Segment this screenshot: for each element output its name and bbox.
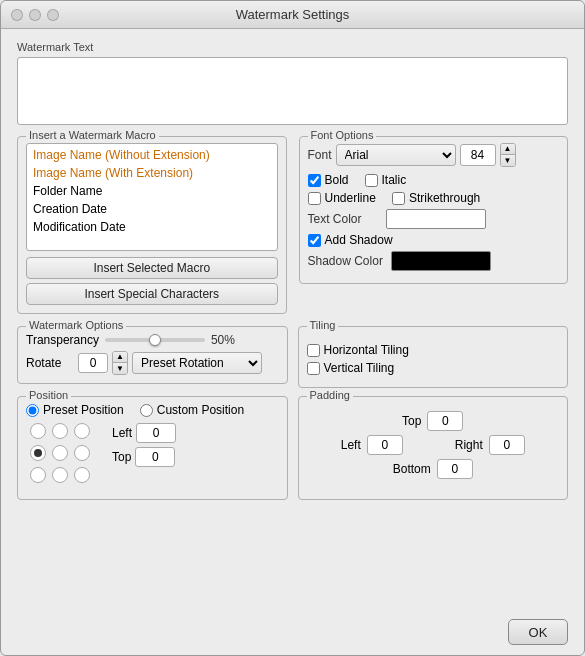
- close-button[interactable]: [11, 9, 23, 21]
- padding-group-box: Padding Top Left Right: [298, 396, 569, 500]
- italic-checkbox-item[interactable]: Italic: [365, 173, 407, 187]
- pos-top-row: Top: [112, 447, 176, 467]
- pos-left-input[interactable]: [136, 423, 176, 443]
- wm-options-section: Watermark Options Transperancy 50% Rotat…: [17, 326, 288, 388]
- preset-position-item[interactable]: Preset Position: [26, 403, 124, 417]
- grid-pos-0-1[interactable]: [52, 423, 68, 439]
- transparency-value: 50%: [211, 333, 235, 347]
- shadow-color-swatch[interactable]: [391, 251, 491, 271]
- window-title: Watermark Settings: [236, 7, 350, 22]
- pos-top-input[interactable]: [135, 447, 175, 467]
- font-options-section: Font Options Font Arial ▲ ▼: [299, 136, 569, 314]
- padding-section: Padding Top Left Right: [298, 396, 569, 500]
- insert-chars-button[interactable]: Insert Special Characters: [26, 283, 278, 305]
- horizontal-tiling-checkbox[interactable]: [307, 344, 320, 357]
- font-row: Font Arial ▲ ▼: [308, 143, 560, 167]
- list-item[interactable]: Folder Name: [27, 182, 277, 200]
- text-color-label: Text Color: [308, 212, 378, 226]
- watermark-text-label: Watermark Text: [17, 41, 568, 53]
- text-color-row: Text Color: [308, 209, 560, 229]
- rotate-stepper: ▲ ▼: [112, 351, 128, 375]
- transparency-label: Transperancy: [26, 333, 99, 347]
- italic-checkbox[interactable]: [365, 174, 378, 187]
- stepper-up[interactable]: ▲: [501, 144, 515, 155]
- padding-label: Padding: [307, 389, 353, 401]
- custom-position-item[interactable]: Custom Position: [140, 403, 244, 417]
- grid-pos-1-0[interactable]: [30, 445, 46, 461]
- add-shadow-checkbox-item[interactable]: Add Shadow: [308, 233, 393, 247]
- stepper-down[interactable]: ▼: [501, 155, 515, 166]
- strikethrough-checkbox[interactable]: [392, 192, 405, 205]
- vertical-tiling-label: Vertical Tiling: [324, 361, 395, 375]
- custom-position-radio[interactable]: [140, 404, 153, 417]
- grid-pos-0-2[interactable]: [74, 423, 90, 439]
- underline-label: Underline: [325, 191, 376, 205]
- rotate-input[interactable]: [78, 353, 108, 373]
- grid-pos-2-2[interactable]: [74, 467, 90, 483]
- bold-italic-row: Bold Italic: [308, 173, 560, 187]
- transparency-slider[interactable]: [105, 338, 205, 342]
- font-options-label: Font Options: [308, 129, 377, 141]
- padding-right-label: Right: [455, 438, 483, 452]
- underline-checkbox[interactable]: [308, 192, 321, 205]
- watermark-text-section: Watermark Text: [17, 41, 568, 128]
- horizontal-tiling-item[interactable]: Horizontal Tiling: [307, 343, 560, 357]
- tiling-section: Tiling Horizontal Tiling Vertical Tiling: [298, 326, 569, 388]
- padding-top-label: Top: [402, 414, 421, 428]
- slider-thumb: [149, 334, 161, 346]
- list-item[interactable]: Image Name (With Extension): [27, 164, 277, 182]
- maximize-button[interactable]: [47, 9, 59, 21]
- bold-checkbox-item[interactable]: Bold: [308, 173, 349, 187]
- traffic-lights: [11, 9, 59, 21]
- padding-left-input[interactable]: [367, 435, 403, 455]
- rotate-row: Rotate ▲ ▼ Preset Rotation 45° 90° 135° …: [26, 351, 279, 375]
- font-size-input[interactable]: [460, 144, 496, 166]
- rotate-label: Rotate: [26, 356, 74, 370]
- bold-checkbox[interactable]: [308, 174, 321, 187]
- padding-bottom-row: Bottom: [393, 459, 473, 479]
- ok-button[interactable]: OK: [508, 619, 568, 645]
- text-color-swatch[interactable]: [386, 209, 486, 229]
- position-label: Position: [26, 389, 71, 401]
- padding-bottom-label: Bottom: [393, 462, 431, 476]
- insert-macro-button[interactable]: Insert Selected Macro: [26, 257, 278, 279]
- minimize-button[interactable]: [29, 9, 41, 21]
- grid-pos-1-1[interactable]: [52, 445, 68, 461]
- underline-checkbox-item[interactable]: Underline: [308, 191, 376, 205]
- shadow-color-label: Shadow Color: [308, 254, 383, 268]
- position-group-box: Position Preset Position Custom Position: [17, 396, 288, 500]
- rotate-stepper-up[interactable]: ▲: [113, 352, 127, 363]
- grid-pos-2-1[interactable]: [52, 467, 68, 483]
- list-item[interactable]: Image Name (Without Extension): [27, 146, 277, 164]
- preset-rotation-select[interactable]: Preset Rotation 45° 90° 135° -45° -90°: [132, 352, 262, 374]
- pos-top-label: Top: [112, 450, 131, 464]
- grid-pos-1-2[interactable]: [74, 445, 90, 461]
- grid-pos-0-0[interactable]: [30, 423, 46, 439]
- preset-position-radio[interactable]: [26, 404, 39, 417]
- grid-pos-2-0[interactable]: [30, 467, 46, 483]
- options-tiling-row: Watermark Options Transperancy 50% Rotat…: [17, 326, 568, 388]
- middle-row: Insert a Watermark Macro Image Name (Wit…: [17, 136, 568, 314]
- list-item[interactable]: Creation Date: [27, 200, 277, 218]
- rotate-stepper-down[interactable]: ▼: [113, 363, 127, 374]
- tiling-label: Tiling: [307, 319, 339, 331]
- main-window: Watermark Settings Watermark Text Insert…: [0, 0, 585, 656]
- macro-list: Image Name (Without Extension) Image Nam…: [26, 143, 278, 251]
- wm-options-group: Watermark Options Transperancy 50% Rotat…: [17, 326, 288, 384]
- shadow-row: Add Shadow: [308, 233, 560, 247]
- tiling-group: Tiling Horizontal Tiling Vertical Tiling: [298, 326, 569, 388]
- list-item[interactable]: Modification Date: [27, 218, 277, 236]
- font-label: Font: [308, 148, 332, 162]
- vertical-tiling-checkbox[interactable]: [307, 362, 320, 375]
- vertical-tiling-item[interactable]: Vertical Tiling: [307, 361, 560, 375]
- font-select[interactable]: Arial: [336, 144, 456, 166]
- watermark-text-input[interactable]: [17, 57, 568, 125]
- horizontal-tiling-label: Horizontal Tiling: [324, 343, 409, 357]
- padding-bottom-input[interactable]: [437, 459, 473, 479]
- padding-right-input[interactable]: [489, 435, 525, 455]
- pos-left-row: Left: [112, 423, 176, 443]
- position-section: Position Preset Position Custom Position: [17, 396, 288, 500]
- padding-top-input[interactable]: [427, 411, 463, 431]
- strikethrough-checkbox-item[interactable]: Strikethrough: [392, 191, 480, 205]
- add-shadow-checkbox[interactable]: [308, 234, 321, 247]
